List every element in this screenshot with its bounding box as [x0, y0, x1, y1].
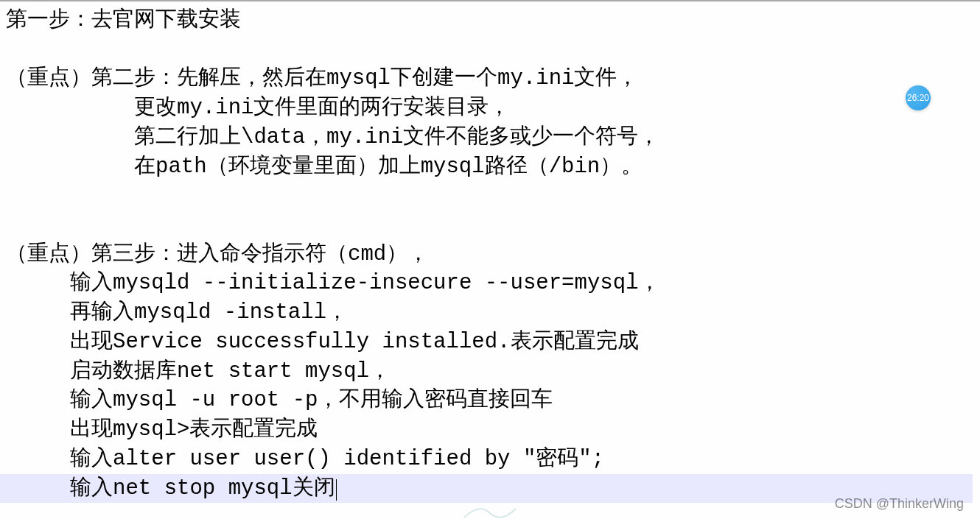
step3-line7: 出现mysql>表示配置完成 [6, 415, 974, 445]
step1-line: 第一步：去官网下载安装 [6, 6, 974, 35]
step3-line5: 启动数据库net start mysql， [6, 357, 974, 386]
step2-line3: 第二行加上\data，my.ini文件不能多或少一个符号， [6, 123, 974, 152]
step3-line4: 出现Service successfully installed.表示配置完成 [6, 328, 974, 357]
step3-line3: 再输入mysqld -install， [6, 298, 974, 328]
step3-line9: 输入net stop mysql关闭 [6, 476, 335, 501]
step3-line1: （重点）第三步：进入命令指示符（cmd）， [6, 240, 974, 269]
step3-line8: 输入alter user user() identified by "密码"; [6, 445, 974, 474]
current-line-highlight: 输入net stop mysql关闭 [0, 474, 973, 504]
step2-line1: （重点）第二步：先解压，然后在mysql下创建一个my.ini文件， [6, 64, 974, 93]
step3-line6: 输入mysql -u root -p，不用输入密码直接回车 [6, 386, 974, 415]
decorative-flourish-icon [461, 504, 519, 519]
text-cursor [336, 479, 337, 501]
step2-line4: 在path（环境变量里面）加上mysql路径（/bin）。 [6, 152, 974, 182]
step3-line2: 输入mysqld --initialize-insecure --user=my… [6, 269, 974, 298]
timestamp-badge: 26:20 [906, 85, 931, 110]
step2-line2: 更改my.ini文件里面的两行安装目录， [6, 93, 974, 123]
document-page: 第一步：去官网下载安装 （重点）第二步：先解压，然后在mysql下创建一个my.… [0, 0, 980, 503]
watermark-text: CSDN @ThinkerWing [835, 496, 964, 512]
